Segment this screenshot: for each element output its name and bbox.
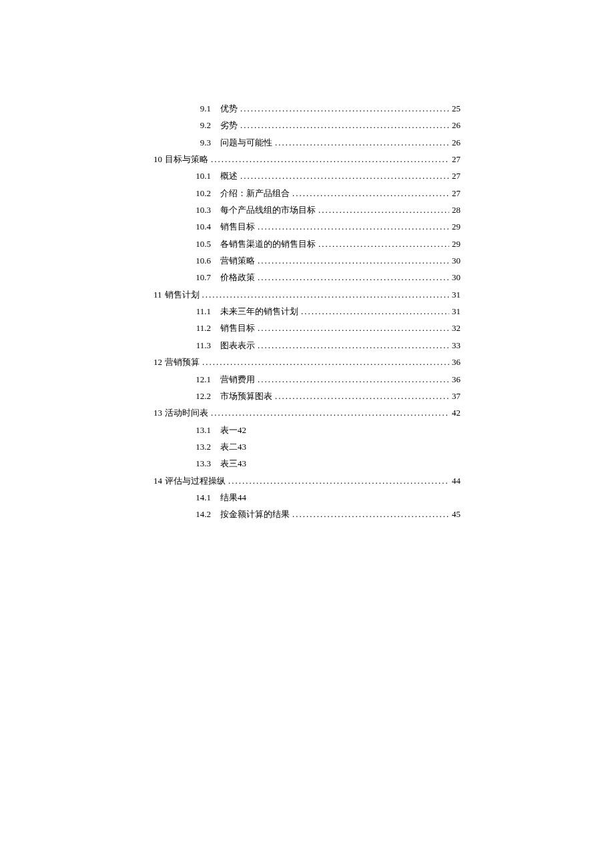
toc-entry-page: 27 [452,151,460,167]
toc-entry: 10.7价格政策30 [154,269,460,286]
toc-entry-title: 销售目标 [220,218,255,235]
toc-entry-title: 概述 [220,167,238,184]
toc-entry-page: 30 [452,269,460,286]
toc-leader-dots [228,472,449,489]
toc-entry-number: 10.7 [195,269,220,286]
toc-entry-title: 优势 [220,100,238,117]
toc-entry-title: 结果 [220,489,238,506]
toc-entry: 10.5各销售渠道的的销售目标29 [154,236,460,252]
toc-entry: 10.6营销策略30 [154,252,460,269]
toc-entry-title: 销售目标 [220,320,255,336]
toc-entry-title: 表一 [220,422,238,438]
toc-entry-number: 11 [154,286,165,303]
toc-leader-dots [258,269,449,286]
toc-entry-number: 12.1 [195,371,220,388]
toc-entry-page: 29 [452,236,460,252]
toc-entry: 13活动时间表42 [154,404,460,421]
toc-leader-dots [292,185,449,201]
toc-entry-title: 营销费用 [220,371,255,388]
toc-entry: 13.2表二43 [154,438,460,455]
toc-entry-number: 9.3 [195,134,220,151]
toc-entry-page: 29 [452,218,460,235]
toc-entry: 10.3每个产品线组的市场目标28 [154,201,460,218]
toc-entry-title: 未来三年的销售计划 [220,303,298,320]
toc-entry-title: 每个产品线组的市场目标 [220,201,316,218]
toc-entry-title: 表三 [220,455,238,472]
toc-leader-dots [240,117,449,133]
toc-leader-dots [258,337,449,354]
toc-entry-number: 10 [154,151,165,167]
toc-entry-number: 10.3 [195,201,220,218]
toc-entry-title: 介绍：新产品组合 [220,185,290,201]
toc-entry: 11.2销售目标32 [154,320,460,336]
toc-entry-number: 9.1 [195,100,220,117]
toc-entry-number: 13.3 [195,455,220,472]
toc-entry-page: 30 [452,252,460,269]
toc-entry-number: 14.2 [195,506,220,522]
toc-leader-dots [202,354,449,370]
toc-entry-number: 13.1 [195,422,220,438]
toc-leader-dots [275,388,449,404]
toc-entry-page: 33 [452,337,460,354]
toc-entry: 9.1优势25 [154,100,460,117]
toc-entry-number: 10.1 [195,167,220,184]
toc-entry-number: 14 [154,472,165,489]
toc-entry-title: 问题与可能性 [220,134,272,151]
toc-entry-number: 9.2 [195,117,220,133]
toc-entry-number: 11.1 [195,303,220,320]
toc-entry-number: 10.5 [195,236,220,252]
toc-entry-number: 14.1 [195,489,220,506]
toc-leader-dots [211,404,449,421]
toc-entry-title: 价格政策 [220,269,255,286]
toc-entry-page: 43 [238,455,246,472]
toc-entry-number: 13 [154,404,165,421]
toc-entry-page: 36 [452,371,460,388]
toc-entry: 9.2劣势26 [154,117,460,133]
toc-entry-title: 图表表示 [220,337,255,354]
toc-entry-title: 市场预算图表 [220,388,272,404]
toc-leader-dots [258,371,449,388]
toc-entry-number: 10.4 [195,218,220,235]
toc-entry: 10目标与策略27 [154,151,460,167]
toc-leader-dots [240,167,449,184]
toc-leader-dots [240,100,449,117]
toc-entry-page: 32 [452,320,460,336]
toc-entry-page: 43 [238,438,246,455]
toc-entry: 11销售计划31 [154,286,460,303]
toc-entry-page: 42 [452,404,460,421]
toc-entry-page: 26 [452,117,460,133]
toc-entry-page: 37 [452,388,460,404]
toc-entry-page: 44 [452,472,460,489]
toc-entry-number: 10.6 [195,252,220,269]
toc-entry-page: 27 [452,185,460,201]
toc-entry-page: 31 [452,303,460,320]
toc-entry-page: 36 [452,354,460,370]
toc-entry: 14评估与过程操纵44 [154,472,460,489]
toc-entry-title: 评估与过程操纵 [165,472,226,489]
toc-leader-dots [292,506,449,522]
toc-entry-title: 劣势 [220,117,238,133]
toc-leader-dots [318,236,449,252]
toc-entry-title: 营销预算 [165,354,200,370]
toc-leader-dots [202,286,449,303]
toc-entry-title: 目标与策略 [165,151,208,167]
toc-leader-dots [275,134,449,151]
toc-leader-dots [258,252,449,269]
toc-entry-number: 12 [154,354,165,370]
toc-entry: 14.2按金额计算的结果45 [154,506,460,522]
toc-entry-number: 13.2 [195,438,220,455]
toc-entry: 10.1概述27 [154,167,460,184]
toc-entry: 9.3问题与可能性26 [154,134,460,151]
toc-leader-dots [301,303,449,320]
toc-entry: 13.3表三43 [154,455,460,472]
toc-entry-page: 42 [238,422,246,438]
toc-entry-number: 12.2 [195,388,220,404]
toc-entry-number: 10.2 [195,185,220,201]
toc-entry: 13.1表一42 [154,422,460,438]
toc-entry: 10.2介绍：新产品组合27 [154,185,460,201]
toc-entry-page: 31 [452,286,460,303]
toc-entry-page: 27 [452,167,460,184]
table-of-contents: 9.1优势259.2劣势269.3问题与可能性2610目标与策略2710.1概述… [154,100,460,523]
toc-entry-page: 45 [452,506,460,522]
toc-entry: 10.4销售目标29 [154,218,460,235]
